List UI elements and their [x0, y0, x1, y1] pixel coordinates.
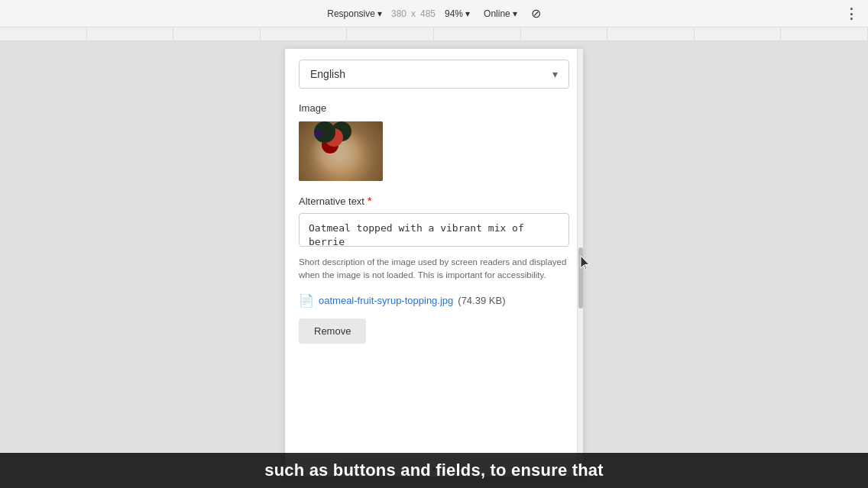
ruler-segment — [87, 27, 174, 40]
toolbar-center: Responsive ▾ 380 x 485 94% ▾ Online ▾ ⊘ — [322, 4, 545, 23]
ruler-segment — [521, 27, 608, 40]
rotate-icon[interactable]: ⊘ — [526, 4, 546, 23]
editor-panel: English ▾ Image Alternative text * Short… — [285, 49, 583, 477]
file-size: (74.39 KB) — [458, 295, 505, 306]
separator: x — [411, 8, 416, 19]
height-value: 485 — [420, 8, 436, 19]
ruler-segment — [695, 27, 782, 40]
alt-text-input[interactable] — [299, 213, 569, 247]
alt-text-label-text: Alternative text — [299, 196, 364, 207]
ruler-segment — [347, 27, 434, 40]
toolbar: Responsive ▾ 380 x 485 94% ▾ Online ▾ ⊘ … — [0, 0, 868, 27]
image-section-label: Image — [299, 102, 569, 114]
online-selector[interactable]: Online ▾ — [479, 6, 522, 21]
language-dropdown[interactable]: English ▾ — [299, 60, 569, 89]
zoom-selector[interactable]: 94% ▾ — [440, 6, 474, 21]
ruler-segment — [173, 27, 261, 40]
file-link[interactable]: oatmeal-fruit-syrup-topping.jpg — [319, 295, 453, 306]
file-icon: 📄 — [299, 293, 314, 308]
ruler-segment — [607, 27, 695, 40]
zoom-label: 94% — [445, 8, 463, 19]
oatmeal-image — [299, 121, 383, 181]
ruler-segment — [261, 27, 348, 40]
alt-text-help: Short description of the image used by s… — [299, 256, 569, 283]
zoom-chevron: ▾ — [465, 8, 470, 19]
image-section: Image — [299, 102, 569, 181]
online-label: Online — [484, 8, 510, 19]
alt-text-label: Alternative text * — [299, 195, 569, 207]
ruler — [0, 27, 868, 41]
required-star: * — [368, 195, 371, 207]
main-area: English ▾ Image Alternative text * Short… — [0, 41, 868, 488]
online-chevron: ▾ — [513, 8, 517, 19]
responsive-selector[interactable]: Responsive ▾ — [322, 6, 387, 21]
file-info: 📄 oatmeal-fruit-syrup-topping.jpg (74.39… — [299, 293, 569, 308]
remove-button[interactable]: Remove — [299, 318, 366, 344]
cursor-icon — [580, 255, 592, 272]
image-thumbnail[interactable] — [299, 121, 383, 181]
panel-content: English ▾ Image Alternative text * Short… — [285, 49, 583, 354]
subtitle-bar: such as buttons and fields, to ensure th… — [0, 453, 868, 488]
language-label: English — [310, 68, 345, 80]
ruler-segment — [434, 27, 521, 40]
more-menu-button[interactable]: ⋮ — [844, 5, 859, 22]
ruler-segment — [781, 27, 868, 40]
chevron-down-icon: ▾ — [552, 68, 558, 80]
width-value: 380 — [391, 8, 406, 19]
responsive-label: Responsive — [327, 8, 375, 19]
ruler-segment — [0, 27, 87, 40]
subtitle-text: such as buttons and fields, to ensure th… — [264, 461, 604, 480]
alt-text-section: Alternative text * Short description of … — [299, 195, 569, 283]
responsive-chevron: ▾ — [377, 8, 382, 19]
